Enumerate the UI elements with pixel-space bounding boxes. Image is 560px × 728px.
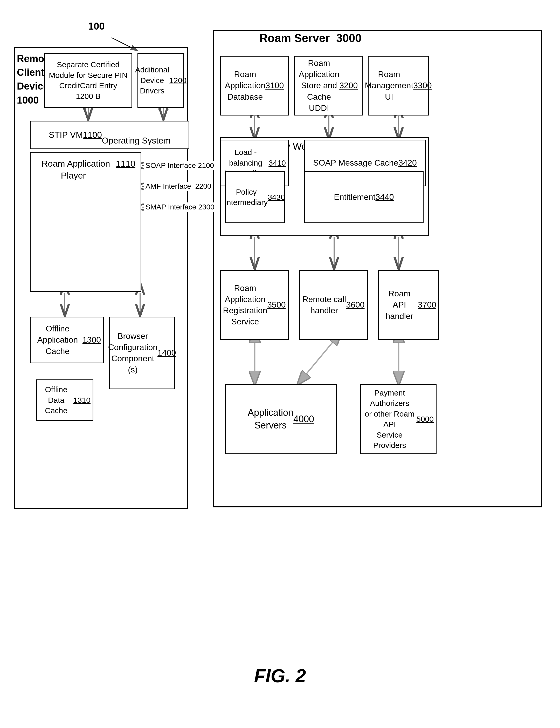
stip-vm-box: STIP VM 1100Operating System [30, 121, 189, 149]
roam-app-reg-box: RoamApplicationRegistrationService 3500 [220, 270, 289, 340]
roam-app-db-box: RoamApplicationDatabase 3100 [220, 56, 289, 115]
app-servers-box: ApplicationServers 4000 [225, 384, 337, 454]
ref-number-100: 100 [88, 21, 105, 32]
amf-interface-label: AMF Interface 2200 [144, 182, 213, 191]
secure-module-box: Separate CertifiedModule for Secure PINC… [44, 53, 132, 108]
device-drivers-box: AdditionalDevice Drivers1200 [138, 53, 184, 108]
figure-label: FIG. 2 [254, 665, 306, 686]
roam-api-handler-box: Roam APIhandler 3700 [378, 270, 439, 340]
entitlement-box: Entitlement 3440 [304, 171, 423, 223]
roam-mgmt-ui-box: RoamManagementUI 3300 [368, 56, 429, 115]
offline-app-cache-box: Offline ApplicationCache 1300 [30, 317, 104, 363]
offline-data-cache-box: Offline DataCache 1310 [36, 379, 93, 421]
roam-app-store-box: RoamApplicationStore andCacheUDDI 3200 [294, 56, 362, 115]
policy-intermediary-box: Policyintermediary3430 [225, 171, 285, 223]
smap-interface-label: SMAP Interface 2300 [144, 202, 216, 212]
diagram-container: 100 Remote Client Device 1000 Separate C… [0, 0, 560, 728]
soap-interface-label: SOAP Interface 2100 [144, 161, 216, 170]
roam-server-label: Roam Server 3000 [260, 32, 361, 45]
payment-auth-box: Payment Authorizersor other Roam APIServ… [360, 384, 436, 454]
remote-call-handler-box: Remote callhandler 3600 [299, 270, 368, 340]
browser-config-box: BrowserConfigurationComponent (s)1400 [109, 317, 175, 389]
roam-app-player-box: Roam Application Player 1110 [30, 152, 141, 292]
